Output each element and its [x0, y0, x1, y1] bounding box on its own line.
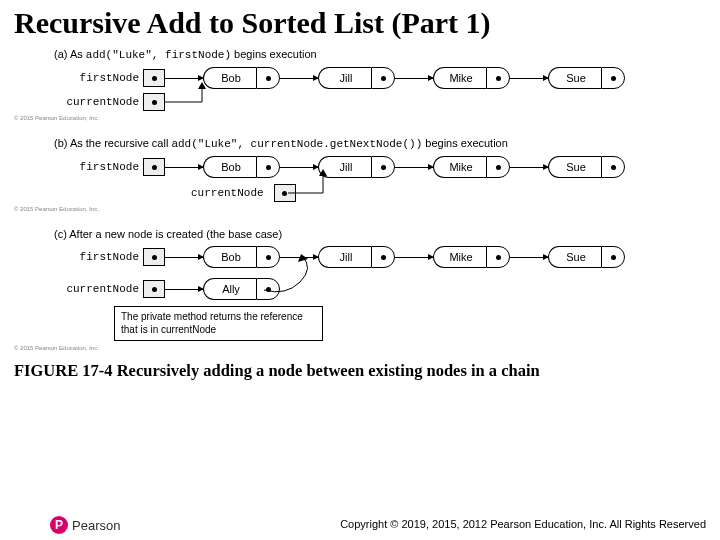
node-mike: Mike: [433, 67, 510, 89]
firstnode-pointer: [143, 69, 165, 87]
panel-text-pre: As the recursive call: [70, 137, 171, 149]
panel-letter: (a): [54, 48, 67, 60]
panel-text-post: begins execution: [231, 48, 317, 60]
currentnode-label: currentNode: [54, 96, 143, 108]
current-row-a: currentNode: [54, 93, 720, 111]
method-return-note: The private method returns the reference…: [114, 306, 323, 341]
panel-b-caption: (b) As the recursive call add("Luke", cu…: [54, 137, 720, 150]
pearson-logo-icon: P: [50, 516, 68, 534]
first-row: firstNode Bob Jill Mike Sue: [54, 156, 720, 178]
currentnode-pointer: [143, 93, 165, 111]
arrow-icon: [510, 167, 548, 168]
firstnode-pointer: [143, 158, 165, 176]
arrow-icon: [510, 78, 548, 79]
firstnode-label: firstNode: [54, 72, 143, 84]
pearson-brand: P Pearson: [50, 516, 120, 534]
micro-copyright: © 2015 Pearson Education, Inc.: [14, 115, 720, 121]
note-code: currentNode: [161, 324, 216, 335]
current-row-b: currentNode: [191, 184, 720, 202]
micro-copyright: © 2015 Pearson Education, Inc.: [14, 206, 720, 212]
first-row: firstNode Bob Jill Mike Sue: [54, 246, 720, 268]
current-row-c: currentNode Ally: [54, 278, 720, 300]
figure-caption: FIGURE 17-4 Recursively adding a node be…: [14, 361, 720, 381]
panel-b: (b) As the recursive call add("Luke", cu…: [54, 137, 720, 212]
panel-letter: (b): [54, 137, 67, 149]
currentnode-label: currentNode: [54, 283, 143, 295]
arrow-icon: [164, 81, 224, 111]
arrow-icon: [395, 257, 433, 258]
panel-a: (a) As add("Luke", firstNode) begins exe…: [54, 48, 720, 121]
arrow-icon: [287, 168, 337, 202]
panel-text-pre: After a new node is created (the base ca…: [69, 228, 282, 240]
pearson-wordmark: Pearson: [72, 518, 120, 533]
arrow-icon: [165, 78, 203, 79]
arrow-icon: [165, 257, 203, 258]
node-bob: Bob: [203, 156, 280, 178]
firstnode-label: firstNode: [54, 251, 143, 263]
page-title: Recursive Add to Sorted List (Part 1): [0, 0, 720, 42]
micro-copyright: © 2015 Pearson Education, Inc.: [14, 345, 720, 351]
panel-a-caption: (a) As add("Luke", firstNode) begins exe…: [54, 48, 720, 61]
panel-letter: (c): [54, 228, 67, 240]
node-sue: Sue: [548, 156, 625, 178]
first-row: firstNode Bob Jill Mike Sue: [54, 67, 720, 89]
panel-text-pre: As: [70, 48, 86, 60]
arrow-icon: [165, 167, 203, 168]
panel-c-caption: (c) After a new node is created (the bas…: [54, 228, 720, 240]
node-mike: Mike: [433, 156, 510, 178]
panel-code: add("Luke", currentNode.getNextNode()): [171, 138, 422, 150]
node-mike: Mike: [433, 246, 510, 268]
arrow-icon: [280, 78, 318, 79]
arrow-icon: [256, 252, 346, 302]
panel-code: add("Luke", firstNode): [86, 49, 231, 61]
node-jill: Jill: [318, 67, 395, 89]
panel-c: (c) After a new node is created (the bas…: [54, 228, 720, 351]
slide-page: Recursive Add to Sorted List (Part 1) (a…: [0, 0, 720, 540]
arrow-icon: [510, 257, 548, 258]
panel-text-post: begins execution: [422, 137, 508, 149]
currentnode-label: currentNode: [191, 187, 268, 199]
arrow-icon: [165, 289, 203, 290]
arrow-icon: [395, 78, 433, 79]
arrow-icon: [395, 167, 433, 168]
node-sue: Sue: [548, 246, 625, 268]
copyright-footer: Copyright © 2019, 2015, 2012 Pearson Edu…: [340, 518, 706, 530]
firstnode-pointer: [143, 248, 165, 266]
firstnode-label: firstNode: [54, 161, 143, 173]
node-sue: Sue: [548, 67, 625, 89]
currentnode-pointer: [143, 280, 165, 298]
